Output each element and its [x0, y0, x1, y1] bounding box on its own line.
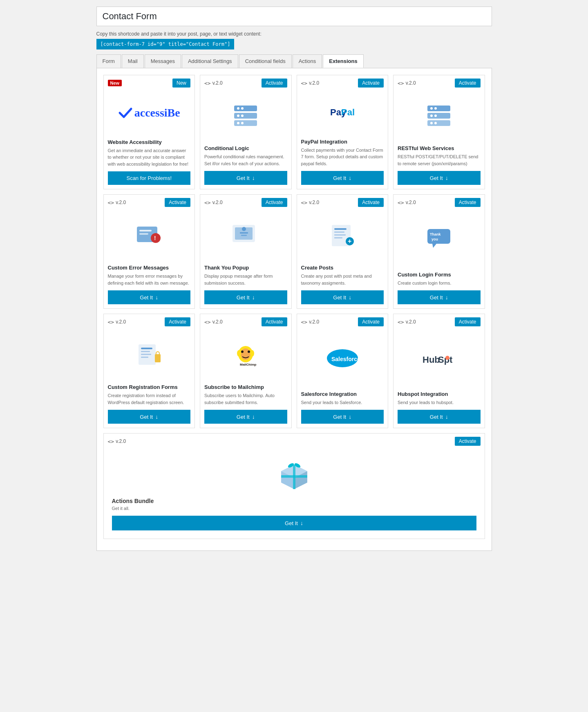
get-it-button-registration[interactable]: Get It ↓	[108, 410, 191, 424]
tab-conditional-fields[interactable]: Conditional fields	[239, 54, 292, 68]
activate-button-login[interactable]: Activate	[455, 198, 481, 207]
card-desc-mailchimp: Subscribe users to Mailchimp. Auto subsc…	[204, 392, 287, 406]
svg-text:t: t	[449, 355, 453, 365]
registration-form-icon	[134, 343, 164, 367]
version-badge-bundle: <> v.2.0	[108, 438, 126, 445]
tab-messages[interactable]: Messages	[145, 54, 181, 68]
activate-button-restful[interactable]: Activate	[455, 79, 481, 88]
svg-point-27	[242, 227, 246, 231]
svg-point-16	[430, 115, 433, 117]
extensions-row-2: <> v.2.0 Activate ! Custom Error Me	[103, 194, 485, 309]
card-desc-registration: Create registration form instead of Word…	[108, 392, 191, 406]
extensions-row-1: New New accessiBe Website Accessibility …	[103, 75, 485, 189]
svg-rect-31	[334, 228, 347, 230]
shortcode-value[interactable]: [contact-form-7 id="9" title="Contact Fo…	[96, 39, 235, 49]
new-badge: New	[108, 80, 122, 86]
svg-point-8	[241, 122, 244, 124]
activate-button-popup[interactable]: Activate	[262, 198, 287, 207]
tab-actions[interactable]: Actions	[293, 54, 322, 68]
bundle-desc: Get it all.	[108, 506, 134, 511]
get-it-button-popup[interactable]: Get It ↓	[204, 290, 287, 304]
svg-point-17	[434, 115, 437, 117]
download-arrow-icon: ↓	[349, 413, 351, 420]
svg-rect-21	[139, 230, 152, 231]
card-image-login: Thank you	[393, 210, 485, 267]
svg-point-4	[241, 107, 244, 110]
activate-button-registration[interactable]: Activate	[165, 317, 190, 326]
activate-button-error[interactable]: Activate	[165, 198, 190, 207]
card-paypal: <> v.2.0 Activate Pay Pal PayPal Integra…	[297, 75, 389, 189]
scan-problems-button[interactable]: Scan for Problems!	[108, 171, 191, 185]
download-arrow-icon: ↓	[252, 294, 255, 301]
card-hubspot: <> v.2.0 Activate Hub Sp t Hubspot Integ…	[393, 314, 485, 428]
card-image-error: !	[104, 210, 195, 261]
svg-rect-37	[427, 229, 450, 244]
activate-button-posts[interactable]: Activate	[358, 198, 384, 207]
card-desc-popup: Display popup message after form submiss…	[204, 273, 287, 286]
code-icon: <>	[108, 438, 114, 445]
extensions-row-3: <> v.2.0 Activate	[103, 314, 485, 428]
svg-point-7	[237, 122, 239, 124]
svg-rect-34	[334, 237, 342, 238]
extensions-panel: New New accessiBe Website Accessibility …	[96, 68, 492, 551]
version-badge-restful: <> v.2.0	[398, 80, 416, 86]
card-title-login: Custom Login Forms	[398, 272, 481, 278]
tab-additional-settings[interactable]: Additional Settings	[182, 54, 238, 68]
thank-you-bubble-icon: Thank you	[424, 227, 454, 251]
card-desc-conditional: Powerful conditional rules management. S…	[204, 153, 287, 167]
svg-text:Hub: Hub	[423, 355, 440, 365]
download-arrow-icon: ↓	[349, 175, 351, 181]
svg-rect-29	[241, 235, 247, 236]
version-badge-login: <> v.2.0	[398, 200, 416, 206]
code-icon: <>	[398, 319, 404, 325]
get-it-button-mailchimp[interactable]: Get It ↓	[204, 410, 287, 424]
card-title-hubspot: Hubspot Integration	[398, 391, 481, 397]
card-registration: <> v.2.0 Activate	[103, 314, 195, 428]
hubspot-icon: Hub Sp t	[420, 348, 457, 368]
svg-text:Pal: Pal	[341, 107, 355, 117]
svg-point-52	[237, 350, 241, 357]
card-title-error: Custom Error Messages	[108, 265, 191, 271]
card-restful: <> v.2.0 Activate	[393, 75, 485, 189]
tab-mail[interactable]: Mail	[122, 54, 144, 68]
get-it-button-hubspot[interactable]: Get It ↓	[398, 410, 481, 424]
get-it-button-restful[interactable]: Get It ↓	[398, 171, 481, 185]
svg-marker-66	[293, 465, 295, 489]
activate-button-bundle[interactable]: Activate	[455, 437, 481, 446]
download-arrow-icon: ↓	[155, 294, 158, 301]
activate-button-mailchimp[interactable]: Activate	[262, 317, 287, 326]
activate-button-conditional[interactable]: Activate	[262, 79, 287, 88]
svg-text:MailChimp: MailChimp	[240, 363, 257, 366]
version-badge-hubspot: <> v.2.0	[398, 319, 416, 325]
get-it-button-login[interactable]: Get It ↓	[398, 290, 481, 304]
page-title: Contact Form	[96, 7, 492, 26]
card-conditional-logic: <> v.2.0 Activate	[200, 75, 292, 189]
download-arrow-icon: ↓	[252, 175, 255, 181]
activate-button-hubspot[interactable]: Activate	[455, 317, 481, 326]
card-title-accessibility: Website Accessibility	[108, 139, 191, 145]
activate-button-paypal[interactable]: Activate	[358, 79, 384, 88]
card-image-salesforce: Salesforce	[297, 330, 388, 387]
get-it-button-bundle[interactable]: Get It ↓	[112, 516, 476, 530]
get-it-button-conditional[interactable]: Get It ↓	[204, 171, 287, 185]
download-arrow-icon: ↓	[300, 520, 303, 526]
tabs-container: Form Mail Messages Additional Settings C…	[96, 54, 492, 68]
salesforce-icon: Salesforce	[324, 347, 361, 369]
server-stack-icon	[424, 104, 454, 128]
code-icon: <>	[204, 319, 211, 325]
activate-button-salesforce[interactable]: Activate	[358, 317, 384, 326]
svg-rect-44	[141, 354, 151, 355]
card-title-popup: Thank You Popup	[204, 265, 287, 271]
tab-extensions[interactable]: Extensions	[323, 54, 363, 68]
download-arrow-icon: ↓	[349, 294, 351, 301]
activate-button-accessibility[interactable]: New	[172, 79, 190, 88]
version-badge-paypal: <> v.2.0	[301, 80, 320, 86]
get-it-button-error[interactable]: Get It ↓	[108, 290, 191, 304]
tab-form[interactable]: Form	[96, 54, 121, 68]
get-it-button-salesforce[interactable]: Get It ↓	[301, 410, 384, 424]
card-desc-salesforce: Send your leads to Salesforce.	[301, 399, 384, 406]
svg-text:+: +	[348, 238, 351, 245]
get-it-button-paypal[interactable]: Get It ↓	[301, 171, 384, 185]
bundle-icon	[278, 461, 311, 491]
get-it-button-posts[interactable]: Get It ↓	[301, 290, 384, 304]
